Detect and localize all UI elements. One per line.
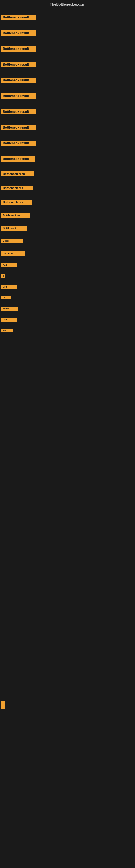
bottleneck-result-item: Bottleneck result	[1, 156, 134, 162]
bottleneck-badge[interactable]: Bottleneck result	[1, 14, 36, 20]
bottleneck-badge[interactable]: Bottleneck result	[1, 46, 36, 52]
bottleneck-badge[interactable]: Bott	[1, 318, 17, 322]
bottleneck-badge[interactable]: Bottleneck result	[1, 141, 36, 146]
bottleneck-badge[interactable]: Bottle	[1, 239, 23, 243]
bottom-marker	[1, 701, 5, 709]
bottleneck-badge[interactable]: Bo	[1, 296, 11, 300]
bottleneck-result-item: Bo	[1, 296, 134, 300]
bottleneck-result-item: Bottleneck result	[1, 109, 134, 115]
bottleneck-badge[interactable]: Bottle	[1, 307, 18, 311]
bottleneck-badge[interactable]: Bottleneck result	[1, 156, 35, 162]
bottleneck-badge[interactable]: Bottleneck re	[1, 213, 30, 218]
bottleneck-result-item: Bottleneck result	[1, 30, 134, 36]
site-title-text: TheBottlenecker.com	[50, 2, 85, 6]
bottleneck-result-item: Bottleneck result	[1, 62, 134, 67]
bottleneck-result-item: Bottleneck	[1, 226, 134, 230]
bottleneck-badge[interactable]: Bottleneck res	[1, 199, 32, 205]
bottleneck-result-item: B	[1, 274, 134, 278]
bottleneck-result-item: Bottleneck resu	[1, 172, 134, 176]
bottleneck-result-item: Bottleneck result	[1, 46, 134, 52]
bottleneck-result-item: Bott	[1, 318, 134, 322]
bottleneck-result-item: Bottleneck res	[1, 199, 134, 205]
bottleneck-result-item: Bot	[1, 329, 134, 332]
bottleneck-badge[interactable]: Bottleneck result	[1, 125, 36, 130]
bottleneck-result-item: Bott	[1, 285, 134, 289]
bottleneck-badge[interactable]: Bottleneck	[1, 226, 27, 230]
bottleneck-badge[interactable]: Bottleneck result	[1, 62, 36, 67]
bottleneck-result-item: Bottleneck result	[1, 93, 134, 99]
bottleneck-result-item: Bottleneck result	[1, 141, 134, 146]
bottleneck-result-item: Bottle	[1, 307, 134, 311]
bottleneck-badge[interactable]: Bottleneck result	[1, 109, 36, 115]
bottleneck-result-item: Bottleneck result	[1, 125, 134, 130]
bottleneck-badge[interactable]: Bottleneck resu	[1, 172, 34, 176]
bottleneck-badge[interactable]: Bottleneck result	[1, 78, 36, 83]
bottleneck-badge[interactable]: Bott	[1, 285, 17, 289]
bottleneck-result-item: Bottleneck result	[1, 78, 134, 83]
bottleneck-result-item: Bott	[1, 263, 134, 267]
bottleneck-result-item: Bottleneck res	[1, 186, 134, 190]
bottleneck-result-item: Bottle	[1, 239, 134, 243]
bottleneck-result-item: Bottlenec	[1, 251, 134, 255]
bottleneck-badge[interactable]: Bottleneck res	[1, 186, 33, 190]
bottleneck-badge[interactable]: B	[1, 274, 5, 278]
bottleneck-badge[interactable]: Bottlenec	[1, 251, 25, 255]
bottleneck-badge[interactable]: Bottleneck result	[1, 30, 36, 36]
bottleneck-result-item: Bottleneck result	[1, 14, 134, 20]
site-title: TheBottlenecker.com	[0, 0, 135, 9]
bottleneck-badge[interactable]: Bottleneck result	[1, 93, 36, 99]
bottleneck-result-item: Bottleneck re	[1, 213, 134, 218]
bottleneck-badge[interactable]: Bott	[1, 263, 17, 267]
bottleneck-badge[interactable]: Bot	[1, 329, 13, 332]
